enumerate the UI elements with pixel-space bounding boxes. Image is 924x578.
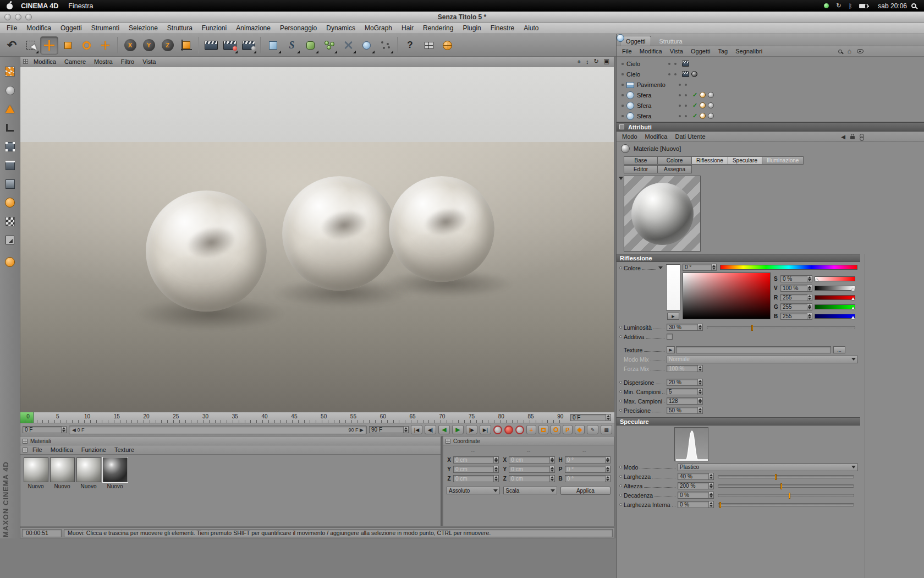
anim-bullet[interactable] — [619, 266, 622, 269]
phong-tag-icon[interactable] — [700, 92, 706, 98]
add-scene-button[interactable] — [358, 36, 376, 54]
visibility-dots[interactable] — [668, 63, 676, 65]
object-row-cielo-1[interactable]: Cielo — [617, 58, 924, 69]
vp-menu-filtro[interactable]: Filtro — [121, 58, 134, 65]
add-deformer-button[interactable] — [339, 36, 357, 54]
snap-settings-button[interactable] — [3, 233, 17, 247]
add-modeling-button[interactable] — [320, 36, 338, 54]
rotate-tool-button[interactable] — [78, 36, 96, 54]
lock-icon[interactable] — [850, 136, 855, 139]
check-tag-icon[interactable]: ✓ — [692, 92, 697, 98]
material-preview-box[interactable] — [624, 176, 701, 252]
anim-bullet[interactable] — [619, 475, 622, 478]
end-frame-value[interactable]: 90 F — [370, 427, 403, 433]
visibility-dots[interactable] — [668, 73, 676, 75]
prev-frame-button[interactable]: ◀| — [425, 425, 436, 434]
apply-button[interactable]: Applica — [560, 487, 610, 495]
saturation-value-box[interactable] — [683, 272, 771, 319]
mat-menu-texture[interactable]: Texture — [114, 446, 134, 453]
ruler-frame-value[interactable]: 0 F — [571, 415, 606, 421]
record-scale-button[interactable] — [538, 425, 548, 434]
color-mode-button[interactable]: ▶ — [667, 313, 679, 320]
min-campioni-field[interactable]: 5 — [667, 388, 703, 395]
material-label[interactable]: Nuovo — [54, 483, 70, 489]
app-menu-title[interactable]: CINEMA 4D — [21, 2, 58, 10]
history-back-icon[interactable]: ◀ — [841, 134, 845, 140]
lock-z-button[interactable]: Z — [158, 36, 177, 54]
battery-icon[interactable] — [859, 4, 868, 8]
precisione-value[interactable]: 50 % — [667, 407, 697, 413]
model-mode-button[interactable] — [3, 83, 17, 97]
om-menu-file[interactable]: File — [622, 48, 632, 54]
coordinate-system-button[interactable] — [177, 36, 195, 54]
render-view-button[interactable] — [202, 36, 220, 54]
r-field[interactable]: 255 — [780, 294, 812, 301]
go-end-button[interactable]: ▶| — [480, 425, 491, 434]
mode-dropdown[interactable]: Assoluto — [447, 487, 500, 494]
slider-tick[interactable] — [775, 474, 777, 480]
modo-dropdown[interactable]: Plastico — [678, 464, 858, 471]
search-icon[interactable] — [838, 50, 842, 53]
go-start-button[interactable]: |◀ — [411, 425, 422, 434]
tab-speculare[interactable]: Speculare — [728, 156, 762, 165]
visibility-dots[interactable] — [679, 105, 687, 107]
scene-sphere-2[interactable] — [282, 176, 397, 291]
keyframe-mode-button[interactable] — [515, 426, 524, 434]
texture-mode-button[interactable] — [3, 102, 17, 116]
bluetooth-icon[interactable]: ᛒ — [849, 3, 853, 9]
max-campioni-field[interactable]: 128 — [667, 397, 703, 405]
range-end-label[interactable]: 90 F ▶ — [349, 427, 364, 433]
scale-tool-button[interactable] — [59, 36, 77, 54]
material-name[interactable]: Materiale [Nuovo] — [634, 145, 681, 152]
menubar-item-finestra[interactable]: Finestra — [68, 2, 93, 10]
mat-menu-funzione[interactable]: Funzione — [81, 446, 106, 453]
record-position-button[interactable]: + — [526, 425, 536, 434]
render-settings-button[interactable] — [239, 36, 257, 54]
pos-z-field[interactable]: 0 cm — [453, 475, 499, 482]
material-tag-icon[interactable] — [708, 102, 714, 108]
material-label[interactable]: Nuovo — [81, 483, 97, 489]
anim-bullet[interactable] — [619, 494, 622, 497]
luminosita-value[interactable]: 30 % — [667, 324, 697, 330]
material-item[interactable]: Nuovo — [50, 457, 75, 489]
minimize-button[interactable] — [15, 14, 21, 20]
stepper-arrows[interactable] — [606, 415, 610, 421]
phong-tag-icon[interactable] — [700, 102, 706, 108]
edges-mode-button[interactable] — [3, 158, 17, 172]
status-green-icon[interactable] — [824, 3, 829, 8]
object-row-cielo-2[interactable]: Cielo — [617, 69, 924, 79]
anim-bullet[interactable] — [619, 400, 622, 402]
slider-tick[interactable] — [751, 325, 753, 331]
om-menu-segnalibri[interactable]: Segnalibri — [735, 48, 762, 54]
scene-sphere-1[interactable] — [146, 190, 267, 312]
s-slider[interactable] — [815, 276, 855, 281]
scale-z-field[interactable]: 0 cm — [509, 475, 554, 482]
play-backward-button[interactable]: ◀ — [438, 425, 450, 434]
menu-dynamics[interactable]: Dynamics — [326, 24, 355, 32]
viewport-grip-icon[interactable] — [23, 59, 28, 64]
sync-icon[interactable]: ↻ — [836, 2, 841, 9]
om-menu-oggetti[interactable]: Oggetti — [691, 48, 710, 54]
texture-browse-button[interactable]: ... — [833, 346, 845, 353]
anim-bullet[interactable] — [619, 390, 622, 393]
speculare-section-header[interactable]: Speculare — [617, 417, 860, 426]
pos-y-value[interactable]: 0 cm — [454, 466, 493, 472]
check-tag-icon[interactable]: ✓ — [692, 102, 697, 108]
attr-menu-modifica[interactable]: Modifica — [645, 133, 668, 140]
g-value[interactable]: 255 — [781, 304, 807, 310]
material-item-selected[interactable]: Nuovo — [102, 457, 128, 489]
menu-plugin[interactable]: Plugin — [463, 24, 481, 32]
rot-p-field[interactable]: 0 ° — [565, 466, 610, 473]
stepper-arrows[interactable] — [403, 427, 408, 433]
material-thumbnail[interactable] — [103, 457, 128, 482]
coordinate-title-bar[interactable]: Coordinate — [443, 437, 614, 445]
om-menu-modifica[interactable]: Modifica — [640, 48, 662, 54]
next-frame-button[interactable]: |▶ — [466, 425, 477, 434]
v-value[interactable]: 100 % — [781, 285, 807, 291]
decadenza-value[interactable]: 0 % — [678, 492, 708, 498]
object-row-sfera-3[interactable]: Sfera ✓ — [617, 111, 924, 121]
preview-expander-icon[interactable] — [619, 177, 623, 180]
r-slider[interactable] — [815, 295, 855, 300]
mat-menu-file[interactable]: File — [32, 446, 42, 453]
g-field[interactable]: 255 — [780, 303, 812, 310]
